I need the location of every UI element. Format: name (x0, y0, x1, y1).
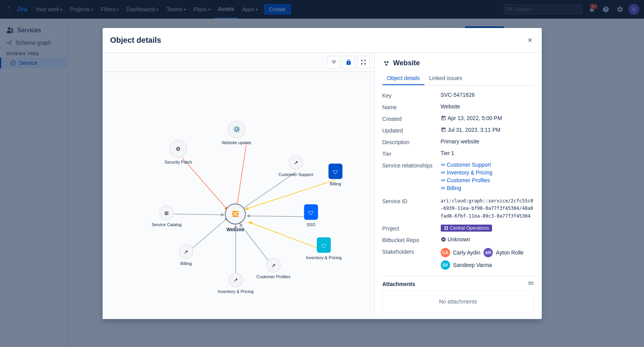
modal-overlay: Object details × (0, 0, 644, 19)
